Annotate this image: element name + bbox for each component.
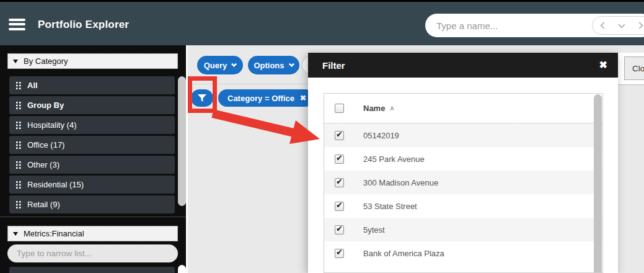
caret-down-icon [13, 232, 18, 236]
sidebar-item-residential[interactable]: Residential (15) [9, 176, 175, 194]
check-icon: ✔ [336, 130, 343, 139]
menu-icon[interactable] [9, 19, 25, 30]
table-header-row: Name ∧ [324, 94, 602, 123]
next-result-button[interactable] [632, 16, 644, 35]
select-all-checkbox[interactable] [335, 104, 344, 113]
portfolio-explorer-app: Portfolio Explorer By Category All Group… [0, 0, 644, 273]
search-input[interactable] [436, 14, 591, 37]
check-icon: ✔ [336, 200, 343, 210]
funnel-icon [198, 94, 206, 102]
filter-modal: Filter ✖ Name ∧ ✔ 05142019 ✔ 245 Park Av… [308, 53, 618, 273]
check-icon: ✔ [336, 177, 343, 186]
table-row[interactable]: ✔ 05142019 [324, 123, 602, 147]
table-body: ✔ 05142019 ✔ 245 Park Avenue ✔ 300 Madis… [324, 123, 602, 265]
table-scrollbar-thumb[interactable] [594, 94, 602, 273]
filter-chip-label: Category = Office [227, 94, 294, 103]
table-row[interactable]: ✔ 300 Madison Avenue [324, 171, 602, 194]
options-button[interactable]: Options [248, 56, 299, 74]
table-row[interactable]: ✔ 245 Park Avenue [324, 147, 602, 171]
caret-down-icon [13, 60, 18, 63]
remove-filter-icon[interactable]: ✖ [300, 94, 306, 102]
grid-handle-icon [16, 161, 21, 169]
grid-handle-icon [16, 181, 21, 189]
sidebar-scrollbar-track[interactable] [186, 45, 188, 273]
name-column-header[interactable]: Name [363, 104, 385, 113]
filter-name-table: Name ∧ ✔ 05142019 ✔ 245 Park Avenue ✔ 30… [324, 93, 603, 273]
grid-handle-icon [16, 82, 21, 89]
row-checkbox[interactable]: ✔ [335, 131, 344, 140]
filter-chip-category-office[interactable]: Category = Office ✖ [218, 89, 314, 107]
sidebar-item-other[interactable]: Other (3) [9, 156, 175, 174]
row-checkbox[interactable]: ✔ [335, 202, 344, 211]
modal-title: Filter [322, 60, 345, 71]
check-icon: ✔ [336, 248, 343, 257]
chevron-right-icon [637, 22, 643, 29]
chevron-down-icon [618, 21, 625, 28]
grid-handle-icon [16, 102, 21, 109]
filter-modal-header: Filter ✖ [308, 53, 618, 78]
chevron-left-icon [600, 22, 607, 29]
sidebar-section-by-category[interactable]: By Category [7, 53, 178, 69]
row-checkbox[interactable]: ✔ [335, 225, 344, 235]
table-row[interactable]: ✔ 5ytest [324, 218, 602, 241]
sidebar-item-all[interactable]: All [9, 76, 175, 94]
sidebar: By Category All Group By Hospitality (4)… [0, 45, 188, 273]
chevron-down-icon [288, 61, 294, 67]
grid-handle-icon [16, 141, 21, 149]
sidebar-item-office[interactable]: Office (17) [9, 136, 175, 154]
chevron-down-icon [231, 61, 237, 67]
name-search [425, 14, 644, 37]
search-nav-group [592, 16, 644, 35]
sidebar-section-metrics-financial[interactable]: Metrics:Financial [7, 226, 178, 241]
prev-result-button[interactable] [593, 16, 612, 35]
grid-handle-icon [16, 201, 21, 208]
row-checkbox[interactable]: ✔ [335, 178, 344, 187]
sidebar-item-retail[interactable]: Retail (9) [9, 195, 175, 213]
table-row[interactable]: ✔ 53 State Street [324, 194, 602, 218]
row-checkbox[interactable]: ✔ [335, 154, 344, 164]
metrics-scrollbar-thumb[interactable] [178, 265, 186, 273]
sidebar-scrollbar-thumb[interactable] [178, 76, 186, 206]
right-panel-divider [618, 84, 644, 85]
filter-button[interactable] [191, 89, 213, 107]
sidebar-divider [0, 217, 188, 217]
window-top-edge [0, 0, 644, 2]
row-checkbox[interactable]: ✔ [335, 249, 344, 258]
app-title: Portfolio Explorer [38, 19, 129, 31]
close-button[interactable]: Close [624, 56, 644, 80]
sidebar-item-group-by[interactable]: Group By [9, 96, 175, 114]
grid-handle-icon [16, 122, 21, 129]
table-row[interactable]: ✔ Bank of America Plaza [324, 241, 602, 265]
metrics-filter-field [7, 244, 178, 262]
check-icon: ✔ [336, 224, 343, 233]
sidebar-item-hospitality[interactable]: Hospitality (4) [9, 116, 175, 134]
check-icon: ✔ [336, 153, 343, 163]
metrics-list-item-partial[interactable] [9, 267, 175, 273]
narrow-list-input[interactable] [7, 244, 178, 262]
sort-ascending-icon[interactable]: ∧ [389, 104, 394, 112]
app-header: Portfolio Explorer [0, 2, 644, 45]
expand-results-button[interactable] [612, 16, 631, 35]
query-button[interactable]: Query [197, 56, 243, 74]
close-icon[interactable]: ✖ [599, 60, 607, 70]
